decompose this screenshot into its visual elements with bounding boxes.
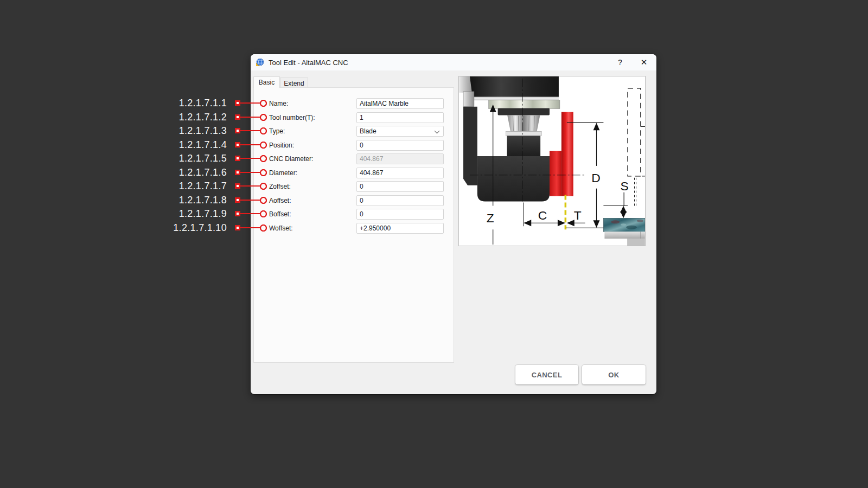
callout-square-marker[interactable] — [235, 225, 240, 230]
diagram-motor-body — [477, 156, 550, 201]
globe-icon — [256, 58, 264, 67]
form-row-aoffset: Aoffset: — [254, 195, 454, 206]
field-label: Aoffset: — [269, 197, 291, 204]
callout-row: 1.2.1.7.1.2 — [156, 112, 267, 123]
field-label: Boffset: — [269, 210, 291, 218]
field-label: Diameter: — [269, 169, 297, 177]
dim-label-z: Z — [487, 211, 494, 225]
callout-row: 1.2.1.7.1.9 — [156, 208, 267, 219]
callout-label: 1.2.1.7.1.7 — [179, 181, 227, 192]
callout-circle[interactable] — [260, 183, 267, 190]
diagram-table — [604, 232, 645, 239]
tool-edit-dialog: Tool Edit - AitalMAC CNC ? ✕ Basic Exten… — [251, 54, 656, 394]
diagram-collar — [498, 108, 550, 115]
callout-line — [240, 117, 260, 118]
callout-line — [240, 130, 260, 131]
callout-line — [240, 144, 260, 145]
callout-line — [240, 102, 260, 104]
callout-line — [240, 172, 260, 173]
type-dropdown-value: Blade — [360, 127, 376, 135]
callout-row: 1.2.1.7.1.4 — [156, 139, 267, 150]
cancel-button[interactable]: CANCEL — [515, 365, 578, 384]
callout-label: 1.2.1.7.1.8 — [179, 195, 227, 206]
callout-circle[interactable] — [260, 114, 267, 121]
help-button[interactable]: ? — [613, 54, 627, 70]
diagram-spindle-disc — [470, 76, 559, 97]
form-row-woffset: Woffset: — [254, 223, 454, 234]
callout-row: 1.2.1.7.1.5 — [156, 153, 267, 164]
callout-circle[interactable] — [260, 224, 267, 232]
form-row-cnc-diameter: CNC Diameter: — [254, 153, 454, 164]
form-row-position: Position: — [254, 140, 454, 151]
field-label: CNC Diameter: — [269, 155, 313, 163]
callout-line — [240, 158, 260, 159]
callout-label: 1.2.1.7.1.6 — [179, 167, 227, 178]
callout-line — [240, 227, 260, 228]
cnc-diameter-field — [356, 153, 444, 164]
field-label: Type: — [269, 127, 285, 135]
field-label: Zoffset: — [269, 183, 291, 190]
diagram-ghost-outline — [628, 88, 641, 176]
callout-label: 1.2.1.7.1.1 — [179, 98, 227, 109]
name-field[interactable] — [356, 98, 444, 109]
callout-line — [240, 200, 260, 201]
callout-square-marker[interactable] — [235, 183, 240, 189]
form-row-boffset: Boffset: — [254, 209, 454, 220]
diameter-field[interactable] — [356, 168, 444, 178]
callout-row: 1.2.1.7.1.7 — [156, 181, 267, 191]
diagram-metal-ring — [489, 100, 560, 109]
callout-label: 1.2.1.7.1.3 — [179, 125, 227, 137]
callout-circle[interactable] — [260, 210, 267, 217]
boffset-field[interactable] — [356, 209, 444, 220]
form-row-type: Type: Blade — [254, 126, 454, 137]
callout-label: 1.2.1.7.1.9 — [179, 208, 227, 220]
field-label: Woffset: — [269, 224, 293, 232]
woffset-field[interactable] — [356, 223, 444, 234]
tool-diagram-svg: Z D C T S — [459, 76, 645, 246]
dialog-title: Tool Edit - AitalMAC CNC — [269, 59, 348, 67]
callout-circle[interactable] — [260, 169, 267, 176]
callout-circle[interactable] — [260, 127, 267, 134]
callout-square-marker[interactable] — [235, 170, 240, 175]
callout-square-marker[interactable] — [235, 156, 240, 161]
field-label: Name: — [269, 100, 288, 107]
callout-circle[interactable] — [260, 142, 267, 149]
close-icon[interactable]: ✕ — [637, 54, 651, 70]
callout-square-marker[interactable] — [235, 100, 240, 106]
callout-row: 1.2.1.7.1.1 — [156, 98, 267, 108]
callout-circle[interactable] — [260, 100, 267, 107]
callout-row: 1.2.1.7.1.3 — [156, 125, 267, 136]
callout-label: 1.2.1.7.1.10 — [173, 222, 227, 234]
callout-line — [240, 185, 260, 187]
diagram-tool-holder — [507, 136, 541, 157]
dialog-titlebar[interactable]: Tool Edit - AitalMAC CNC ? ✕ — [251, 54, 656, 70]
basic-tab-panel: Name: Tool number(T): Type: Blade Positi… — [253, 87, 454, 363]
form-row-name: Name: — [254, 98, 454, 109]
callout-square-marker[interactable] — [235, 114, 240, 120]
type-dropdown[interactable]: Blade — [356, 126, 444, 137]
dim-label-d: D — [591, 171, 601, 185]
aoffset-field[interactable] — [356, 195, 444, 206]
form-row-zoffset: Zoffset: — [254, 181, 454, 192]
diagram-pedestal — [627, 239, 645, 246]
dim-label-t: T — [574, 208, 582, 222]
tool-number-field[interactable] — [356, 112, 444, 123]
callout-label: 1.2.1.7.1.4 — [179, 139, 227, 151]
tool-diagram-image: Z D C T S — [458, 76, 646, 246]
callout-circle[interactable] — [260, 155, 267, 162]
callout-square-marker[interactable] — [235, 211, 240, 216]
chevron-down-icon — [435, 129, 440, 134]
callout-square-marker[interactable] — [235, 197, 240, 203]
tab-basic[interactable]: Basic — [253, 76, 280, 88]
callout-label: 1.2.1.7.1.2 — [179, 112, 227, 123]
callout-square-marker[interactable] — [235, 142, 240, 147]
callout-circle[interactable] — [260, 197, 267, 204]
diagram-blade — [561, 112, 573, 196]
callout-square-marker[interactable] — [235, 128, 240, 133]
form-row-tool-number: Tool number(T): — [254, 112, 454, 123]
ok-button[interactable]: OK — [582, 365, 646, 384]
callout-line — [240, 213, 260, 214]
position-field[interactable] — [356, 140, 444, 151]
callout-label: 1.2.1.7.1.5 — [179, 153, 227, 164]
zoffset-field[interactable] — [356, 181, 444, 192]
